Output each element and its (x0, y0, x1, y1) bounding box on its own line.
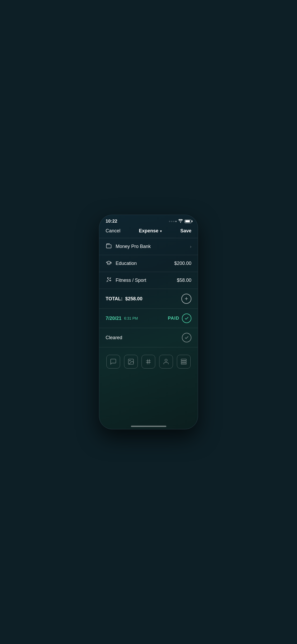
total-amount: $258.00 (125, 296, 142, 302)
total-left: TOTAL: $258.00 (106, 296, 142, 302)
svg-rect-0 (106, 245, 111, 248)
cancel-button[interactable]: Cancel (106, 228, 120, 234)
svg-point-9 (165, 359, 167, 361)
transaction-time: 6:31 PM (124, 316, 138, 320)
hash-button[interactable] (142, 355, 155, 369)
account-row-left: Money Pro Bank (106, 243, 151, 250)
account-chevron: › (190, 244, 191, 249)
svg-line-8 (149, 359, 150, 364)
total-row: TOTAL: $258.00 + (99, 289, 198, 309)
nav-title[interactable]: Expense ▾ (139, 228, 162, 234)
paid-label: PAID (168, 316, 179, 321)
fitness-row[interactable]: Fitness / Sport $58.00 (99, 272, 198, 289)
svg-rect-11 (181, 361, 186, 362)
nav-bar: Cancel Expense ▾ Save (99, 226, 198, 238)
add-item-button[interactable]: + (181, 294, 191, 304)
status-time: 10:22 (106, 219, 117, 224)
transaction-date: 7/20/21 (106, 316, 121, 321)
cleared-row[interactable]: Cleared (99, 328, 198, 347)
fitness-amount: $58.00 (177, 278, 191, 283)
date-row[interactable]: 7/20/21 6:31 PM PAID (99, 309, 198, 328)
total-label: TOTAL: (106, 296, 122, 302)
svg-point-2 (110, 280, 111, 281)
home-indicator (131, 426, 166, 427)
fitness-label: Fitness / Sport (116, 278, 146, 283)
status-bar: 10:22 (99, 215, 198, 226)
fitness-icon (106, 277, 112, 284)
cleared-label: Cleared (106, 335, 122, 341)
education-label: Education (116, 261, 137, 266)
image-button[interactable] (124, 355, 138, 369)
comment-button[interactable] (106, 355, 120, 369)
svg-rect-12 (181, 363, 186, 364)
tools-row (99, 347, 198, 373)
svg-line-7 (147, 359, 148, 364)
graduation-icon (106, 260, 112, 267)
fitness-row-left: Fitness / Sport (106, 277, 146, 284)
battery-icon (185, 220, 191, 223)
save-button[interactable]: Save (180, 228, 191, 234)
wifi-icon (178, 219, 183, 224)
files-button[interactable] (177, 355, 191, 369)
education-row-left: Education (106, 260, 137, 267)
wallet-icon (106, 243, 112, 250)
account-row[interactable]: Money Pro Bank › (99, 238, 198, 255)
paid-right: PAID (168, 314, 191, 323)
type-dropdown-chevron: ▾ (160, 229, 162, 233)
education-amount: $200.00 (174, 261, 191, 266)
svg-rect-10 (181, 359, 186, 360)
account-label: Money Pro Bank (116, 244, 151, 249)
cleared-check-icon[interactable] (182, 333, 191, 342)
date-left: 7/20/21 6:31 PM (106, 316, 138, 321)
list-section: Money Pro Bank › Education $200.00 (99, 238, 198, 347)
phone-frame: 10:22 Cancel Expense ▾ Save (99, 215, 198, 429)
svg-point-1 (107, 278, 108, 278)
person-button[interactable] (159, 355, 173, 369)
transaction-type-label: Expense (139, 228, 158, 234)
svg-point-4 (129, 360, 130, 361)
status-icons (169, 219, 191, 224)
signal-icon (169, 221, 177, 222)
education-row[interactable]: Education $200.00 (99, 255, 198, 272)
paid-check-icon[interactable] (182, 314, 191, 323)
